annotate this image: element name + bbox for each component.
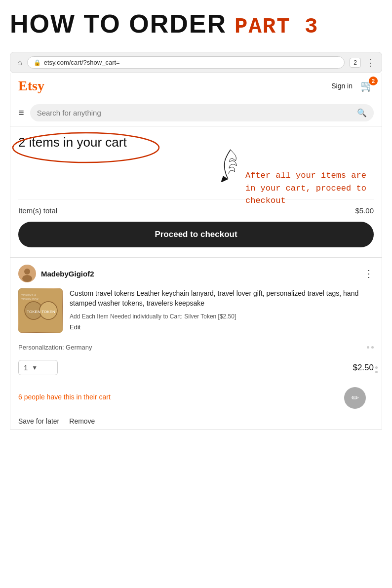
lock-icon: 🔒	[34, 59, 41, 66]
url-text: etsy.com/cart/?show_cart=	[44, 59, 120, 66]
dot-1	[367, 346, 369, 349]
browser-bar: ⌂ 🔒 etsy.com/cart/?show_cart= 2 ⋮	[10, 52, 382, 73]
etsy-nav-right: Sign in 🛒 2	[331, 79, 374, 92]
etsy-app: Etsy Sign in 🛒 2 ≡ 🔍 2 items in your car…	[10, 73, 382, 430]
product-edit-link[interactable]: Edit	[70, 323, 80, 331]
svg-point-2	[24, 269, 30, 274]
product-title: Custom travel tokens Leather keychain la…	[70, 288, 374, 309]
seller-menu-icon[interactable]: ⋮	[364, 268, 374, 279]
cart-circle-area: 2 items in your cart	[18, 135, 127, 150]
search-icon[interactable]: 🔍	[357, 108, 367, 118]
product-add-note: Add Each Item Needed individually to Car…	[70, 313, 374, 321]
home-icon[interactable]: ⌂	[17, 58, 22, 67]
cart-wrapper[interactable]: 🛒 2	[360, 79, 374, 92]
pencil-icon: ✏	[352, 392, 359, 403]
header-section: HOW TO ORDER PART 3	[0, 0, 392, 44]
qty-dropdown-arrow[interactable]: ▼	[32, 364, 38, 371]
qty-selector[interactable]: 1 ▼	[18, 360, 58, 375]
seller-name[interactable]: MadebyGigiof2	[41, 270, 94, 278]
product-details: Custom travel tokens Leather keychain la…	[70, 288, 374, 333]
product-row: TOKEN TOKEN TOKENS & TOKEN BOX Custom tr…	[10, 288, 382, 339]
divider	[10, 257, 382, 258]
tab-badge[interactable]: 2	[350, 58, 361, 68]
sign-in-link[interactable]: Sign in	[331, 82, 353, 90]
personalization-label: Personalization: Germany	[18, 344, 92, 351]
product-price: $2.50	[353, 363, 374, 373]
header-title: HOW TO ORDER	[10, 9, 227, 39]
save-for-later-link[interactable]: Save for later	[18, 417, 59, 425]
url-bar[interactable]: 🔒 etsy.com/cart/?show_cart=	[27, 56, 345, 69]
browser-menu-icon[interactable]: ⋮	[366, 57, 375, 68]
right-dots	[375, 366, 378, 373]
search-input[interactable]	[37, 109, 353, 117]
people-in-cart-text: 6 people have this in their cart	[18, 393, 111, 401]
items-total-value: $5.00	[355, 206, 374, 215]
right-dot-1	[375, 366, 378, 369]
cart-badge: 2	[369, 77, 378, 85]
personalization-dots	[367, 346, 374, 349]
header-part: PART 3	[235, 14, 318, 39]
svg-text:TOKEN: TOKEN	[27, 310, 40, 314]
people-in-cart: 6 people have this in their cart	[18, 392, 111, 401]
svg-text:TOKEN BOX: TOKEN BOX	[21, 298, 39, 301]
svg-point-3	[22, 275, 32, 282]
annotation-text: After all your items are in your cart, p…	[245, 169, 374, 207]
feather-icon	[216, 147, 245, 182]
svg-text:TOKEN: TOKEN	[41, 310, 55, 314]
personalization-row: Personalization: Germany	[10, 339, 382, 356]
seller-row: MadebyGigiof2 ⋮	[10, 265, 382, 288]
dot-2	[371, 346, 374, 349]
etsy-nav: Etsy Sign in 🛒 2	[10, 73, 382, 99]
items-total-label: Item(s) total	[18, 206, 57, 215]
product-image: TOKEN TOKEN TOKENS & TOKEN BOX	[18, 288, 63, 333]
remove-link[interactable]: Remove	[69, 417, 95, 425]
cart-items-count: 2 items in your cart	[18, 135, 127, 150]
seller-info: MadebyGigiof2	[18, 265, 94, 282]
edit-fab-button[interactable]: ✏	[344, 387, 366, 409]
qty-value: 1	[24, 363, 28, 372]
hamburger-icon[interactable]: ≡	[18, 107, 24, 118]
etsy-logo[interactable]: Etsy	[18, 78, 44, 94]
search-row: ≡ 🔍	[10, 99, 382, 127]
cart-content: 2 items in your cart After all your item…	[10, 127, 382, 247]
avatar	[18, 265, 36, 282]
search-bar[interactable]: 🔍	[30, 104, 374, 121]
right-dot-2	[375, 371, 378, 373]
save-remove-row: Save for later Remove	[10, 413, 382, 429]
proceed-to-checkout-button[interactable]: Proceed to checkout	[18, 222, 374, 247]
qty-price-row: 1 ▼ $2.50	[10, 356, 382, 383]
svg-text:TOKENS &: TOKENS &	[21, 294, 36, 297]
